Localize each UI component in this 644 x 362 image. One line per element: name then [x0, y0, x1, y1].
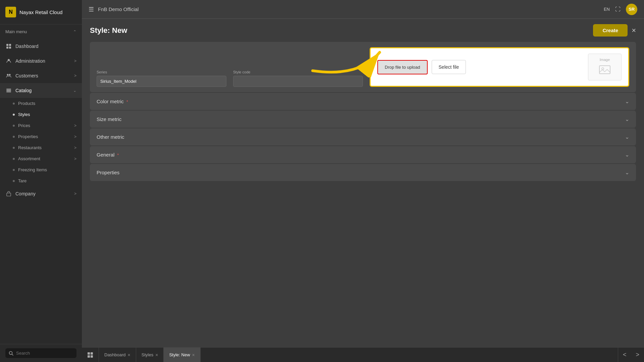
- user-avatar[interactable]: SR: [626, 4, 637, 15]
- tab-style-new[interactable]: Style: New ×: [164, 348, 200, 362]
- submenu-label: Styles: [18, 112, 30, 117]
- search-input[interactable]: [16, 351, 73, 356]
- sidebar-item-label: Company: [15, 191, 36, 196]
- series-select[interactable]: Sirius_Item_Model: [97, 76, 226, 87]
- submenu-item-properties[interactable]: Properties >: [0, 131, 82, 142]
- accordion-title: Properties: [97, 170, 119, 175]
- tab-label: Style: New: [169, 352, 190, 357]
- accordion-header-other-metric[interactable]: Other metric ⌄: [90, 128, 636, 145]
- tab-home-button[interactable]: [82, 348, 99, 362]
- submenu-label: Properties: [18, 134, 38, 139]
- accordion-color-metric: Color metric * ⌄: [90, 93, 636, 110]
- dashboard-icon: [5, 43, 12, 50]
- sidebar-item-catalog[interactable]: Catalog ⌄: [0, 83, 82, 98]
- upload-highlight-box: Drop file to upload Select file Image: [370, 47, 629, 87]
- sidebar-item-company[interactable]: Company >: [0, 186, 82, 201]
- submenu-dot: [13, 180, 15, 182]
- search-wrap: [5, 348, 76, 358]
- submenu-dot: [13, 136, 15, 138]
- submenu-dot: [13, 158, 15, 160]
- submenu-item-assortment[interactable]: Assortment >: [0, 153, 82, 164]
- accordion-header-size-metric[interactable]: Size metric ⌄: [90, 111, 636, 128]
- main-menu-header[interactable]: Main menu ⌃: [0, 24, 82, 39]
- accordion-chevron: ⌄: [625, 98, 629, 105]
- accordion-header-properties[interactable]: Properties ⌄: [90, 164, 636, 181]
- submenu-item-restaurants[interactable]: Restaurants >: [0, 142, 82, 153]
- accordion-chevron: ⌄: [625, 169, 629, 176]
- sidebar-item-customers[interactable]: Customers >: [0, 68, 82, 83]
- accordion-header-color-metric[interactable]: Color metric * ⌄: [90, 93, 636, 110]
- drop-upload-button[interactable]: Drop file to upload: [377, 60, 428, 74]
- main-menu-label: Main menu: [5, 29, 27, 34]
- page-title: Style: New: [90, 26, 127, 35]
- sidebar-item-label: Catalog: [15, 88, 32, 93]
- administration-icon: [5, 58, 12, 64]
- style-code-group: Style code: [233, 70, 363, 87]
- tab-nav-prev[interactable]: <: [618, 348, 631, 362]
- select-file-button[interactable]: Select file: [432, 60, 466, 74]
- page-header: Style: New Create ×: [82, 19, 644, 42]
- accordion-chevron: ⌄: [625, 134, 629, 140]
- tab-close-styles[interactable]: ×: [155, 353, 158, 357]
- submenu-item-freezing-items[interactable]: Freezing Items: [0, 164, 82, 175]
- style-code-input[interactable]: [233, 76, 363, 87]
- company-icon: [5, 190, 12, 197]
- sidebar-item-label: Administration: [15, 58, 45, 64]
- sidebar-item-dashboard[interactable]: Dashboard: [0, 39, 82, 54]
- svg-rect-16: [88, 352, 90, 355]
- svg-rect-9: [6, 92, 11, 92]
- submenu-label: Prices: [18, 123, 30, 128]
- app-title: Nayax Retail Cloud: [19, 9, 62, 15]
- submenu-dot: [13, 125, 15, 127]
- series-group: Series Sirius_Item_Model: [97, 70, 226, 87]
- sidebar-item-administration[interactable]: Administration >: [0, 54, 82, 68]
- menu-icon[interactable]: ☰: [89, 6, 94, 13]
- sidebar-item-label: Dashboard: [15, 44, 39, 49]
- tab-label: Dashboard: [104, 352, 126, 357]
- accordion-properties: Properties ⌄: [90, 164, 636, 181]
- sidebar: N Nayax Retail Cloud Main menu ⌃ Dashboa…: [0, 0, 82, 362]
- tab-nav-next[interactable]: >: [631, 348, 644, 362]
- submenu-item-styles[interactable]: Styles: [0, 109, 82, 120]
- customers-chevron: >: [74, 73, 76, 78]
- series-label: Series: [97, 70, 226, 74]
- submenu-item-products[interactable]: Products: [0, 98, 82, 109]
- tab-styles[interactable]: Styles ×: [136, 348, 164, 362]
- svg-rect-10: [7, 193, 11, 196]
- style-code-label: Style code: [233, 70, 363, 74]
- tab-close-dashboard[interactable]: ×: [128, 353, 130, 357]
- tab-navigation: < >: [618, 348, 644, 362]
- submenu-item-prices[interactable]: Prices >: [0, 120, 82, 131]
- submenu-item-tare[interactable]: Tare: [0, 175, 82, 186]
- svg-point-5: [7, 74, 9, 76]
- sidebar-header: N Nayax Retail Cloud: [0, 0, 82, 24]
- form-top-row: Series Sirius_Item_Model Style code: [90, 42, 636, 92]
- accordion-header-general[interactable]: General * ⌄: [90, 146, 636, 163]
- expand-icon[interactable]: ⛶: [615, 6, 621, 12]
- topbar-title: FnB Demo Official: [98, 6, 139, 12]
- submenu-label: Tare: [18, 178, 26, 183]
- tab-dashboard[interactable]: Dashboard ×: [99, 348, 136, 362]
- home-icon: [87, 352, 93, 358]
- svg-point-15: [602, 68, 604, 70]
- submenu-label: Assortment: [18, 156, 40, 161]
- close-button[interactable]: ×: [632, 26, 636, 35]
- language-selector[interactable]: EN: [604, 7, 610, 12]
- accordion-title: General *: [97, 152, 119, 158]
- required-indicator: *: [126, 100, 128, 104]
- accordion-title: Color metric *: [97, 99, 128, 104]
- svg-rect-8: [6, 90, 11, 91]
- image-placeholder: Image: [588, 54, 622, 80]
- submenu-dot: [13, 169, 15, 171]
- svg-rect-2: [6, 47, 8, 49]
- svg-line-12: [12, 354, 13, 355]
- svg-rect-1: [9, 44, 11, 46]
- create-button[interactable]: Create: [593, 24, 628, 37]
- accordion-chevron: ⌄: [625, 152, 629, 158]
- catalog-icon: [5, 87, 12, 94]
- svg-rect-14: [599, 66, 610, 74]
- svg-rect-3: [9, 47, 11, 49]
- topbar: ☰ FnB Demo Official EN ⛶ SR: [82, 0, 644, 19]
- tab-close-style-new[interactable]: ×: [192, 353, 195, 357]
- properties-chevron: >: [74, 134, 76, 139]
